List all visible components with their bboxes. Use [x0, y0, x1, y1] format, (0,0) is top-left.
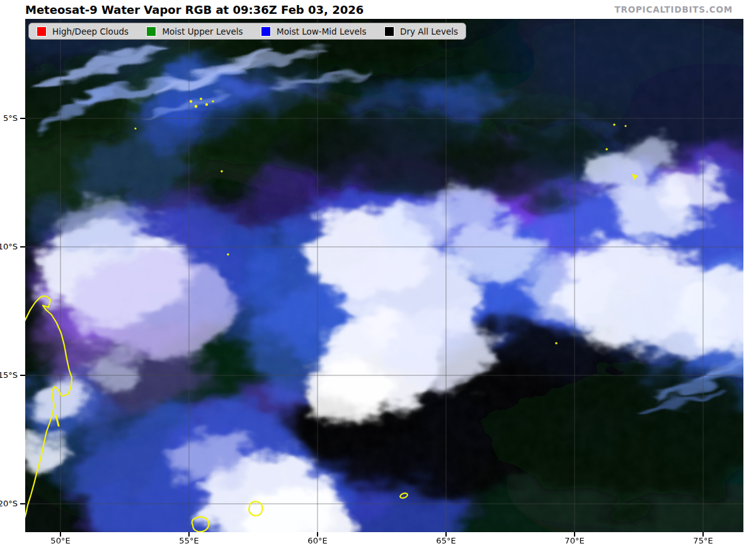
lon-tick-65e: 65°E — [427, 532, 465, 545]
lon-tick-70e: 70°E — [556, 532, 593, 545]
satellite-map — [25, 19, 743, 532]
lon-tick-label: 50°E — [42, 537, 79, 545]
lat-tick-label: 5°S — [3, 113, 18, 124]
legend-label: Moist Low-Mid Levels — [277, 26, 367, 37]
tick-mark — [20, 503, 25, 504]
lon-tick-50e: 50°E — [42, 532, 79, 545]
tick-mark — [317, 532, 318, 537]
dry-all-levels-swatch — [384, 26, 394, 37]
tick-mark — [574, 532, 575, 537]
site-watermark: TROPICALTIDBITS.COM — [614, 4, 733, 14]
legend-label: High/Deep Clouds — [52, 26, 129, 37]
satellite-viewer-page: { "header": { "title": "Meteosat-9 Water… — [0, 0, 756, 546]
lon-tick-55e: 55°E — [170, 532, 208, 545]
lon-tick-75e: 75°E — [684, 532, 722, 545]
moist-low-mid-levels-swatch — [261, 26, 271, 37]
tick-mark — [60, 532, 61, 537]
tick-mark — [20, 246, 25, 247]
lat-tick-5s: 5°S — [0, 113, 25, 124]
tick-mark — [20, 375, 25, 376]
legend-label: Dry All Levels — [400, 26, 458, 37]
tick-mark — [702, 532, 704, 537]
lon-tick-label: 70°E — [556, 537, 593, 545]
legend-item-dry-all-levels: Dry All Levels — [384, 26, 458, 37]
satellite-image — [25, 19, 743, 532]
lat-tick-15s: 15°S — [0, 370, 25, 381]
moist-upper-levels-swatch — [146, 26, 156, 37]
lat-tick-20s: 20°S — [0, 498, 25, 509]
lon-tick-label: 60°E — [299, 537, 336, 545]
lat-tick-10s: 10°S — [0, 241, 25, 253]
lon-tick-label: 55°E — [170, 537, 208, 545]
legend-item-moist-low-mid-levels: Moist Low-Mid Levels — [261, 26, 367, 37]
legend-item-high-deep-clouds: High/Deep Clouds — [37, 26, 129, 37]
lon-tick-label: 65°E — [427, 537, 465, 545]
lon-tick-60e: 60°E — [299, 532, 336, 545]
tick-mark — [20, 118, 25, 119]
lon-tick-label: 75°E — [684, 537, 722, 545]
page-title: Meteosat-9 Water Vapor RGB at 09:36Z Feb… — [25, 3, 364, 16]
lat-tick-label: 15°S — [0, 370, 18, 381]
tick-mark — [188, 532, 190, 537]
lat-tick-label: 20°S — [0, 498, 18, 509]
legend-item-moist-upper-levels: Moist Upper Levels — [146, 26, 243, 37]
texture-grain — [25, 19, 743, 532]
lat-tick-label: 10°S — [0, 241, 18, 253]
tick-mark — [445, 532, 447, 537]
high-deep-clouds-swatch — [37, 26, 47, 37]
legend: High/Deep Clouds Moist Upper Levels Mois… — [28, 23, 466, 40]
legend-label: Moist Upper Levels — [162, 26, 243, 37]
